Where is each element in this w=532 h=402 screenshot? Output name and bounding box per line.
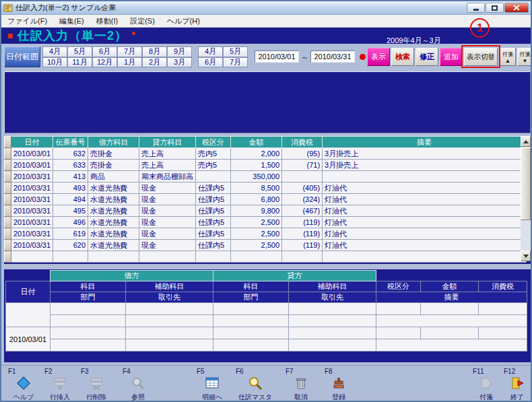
close-button[interactable] bbox=[504, 3, 529, 13]
fkey-f7-button[interactable]: F7取消 bbox=[284, 368, 318, 402]
journal-col-header: 摘要 bbox=[323, 137, 527, 148]
fusen-up-button[interactable]: 付箋▲ bbox=[500, 48, 516, 66]
month-button[interactable]: 3月 bbox=[167, 57, 192, 68]
journal-cell bbox=[282, 171, 323, 182]
fkey-f6-button[interactable]: F6仕訳マスタ bbox=[234, 368, 276, 402]
journal-table-wrap: 日付伝票番号借方科目貸方科目税区分金額消費税摘要2010/03/01632売掛金… bbox=[4, 136, 531, 264]
date-from-input[interactable] bbox=[255, 51, 299, 63]
fkey-label: 行削除 bbox=[79, 393, 113, 402]
modify-button[interactable]: 修正 bbox=[415, 48, 438, 66]
journal-row[interactable]: 2010/03/31494水道光熱費現金仕課内56,800(324)灯油代 bbox=[5, 194, 527, 205]
month-button[interactable]: 10月 bbox=[42, 57, 67, 68]
maximize-button[interactable] bbox=[486, 3, 504, 13]
credit-sub-input[interactable] bbox=[289, 303, 376, 315]
credit-partner-input[interactable] bbox=[289, 315, 376, 327]
month-button[interactable]: 6月 bbox=[92, 46, 117, 57]
scroll-down-button[interactable] bbox=[521, 250, 531, 261]
menu-item-1[interactable]: 編集(E) bbox=[53, 15, 90, 28]
journal-cell: (324) bbox=[282, 194, 323, 205]
debit-partner-input[interactable] bbox=[126, 315, 213, 327]
month-button[interactable]: 11月 bbox=[67, 57, 92, 68]
journal-row[interactable]: 2010/03/31620水道光熱費現金仕課内52,500(119)灯油代 bbox=[5, 240, 527, 251]
row-selector[interactable] bbox=[5, 182, 11, 194]
menu-item-4[interactable]: ヘルプ(H) bbox=[161, 15, 206, 28]
fkey-f8-button[interactable]: F8登録 bbox=[323, 368, 354, 402]
quarter-month-button[interactable]: 5月 bbox=[223, 46, 248, 57]
credit-account-input[interactable] bbox=[213, 303, 289, 315]
fusen-down-button[interactable]: 付箋▼ bbox=[517, 48, 532, 66]
row-selector[interactable] bbox=[5, 228, 11, 240]
journal-row[interactable] bbox=[5, 251, 527, 263]
quarter-month-button[interactable]: 4月 bbox=[198, 46, 223, 57]
toggle-view-button[interactable]: 表示切替 bbox=[464, 48, 498, 66]
memo-input[interactable] bbox=[376, 339, 527, 351]
search-button[interactable]: 検索 bbox=[391, 48, 414, 66]
row-selector[interactable] bbox=[5, 148, 11, 160]
credit-partner-input[interactable] bbox=[289, 339, 376, 351]
tax-class-input[interactable] bbox=[376, 303, 421, 315]
menu-item-3[interactable]: 設定(S) bbox=[124, 15, 161, 28]
display-button[interactable]: 表示 bbox=[367, 48, 390, 66]
month-button[interactable]: 2月 bbox=[142, 57, 167, 68]
amount-input[interactable] bbox=[421, 303, 479, 315]
memo-input[interactable] bbox=[376, 315, 527, 327]
entry-date-cell[interactable]: 2010/03/01 bbox=[6, 327, 51, 351]
entry-date-cell[interactable] bbox=[6, 303, 51, 327]
row-selector[interactable] bbox=[5, 217, 11, 228]
row-selector[interactable] bbox=[5, 240, 11, 251]
row-selector[interactable] bbox=[5, 205, 11, 217]
date-to-input[interactable] bbox=[310, 51, 355, 63]
debit-account-input[interactable] bbox=[51, 303, 126, 315]
date-range-button[interactable]: 日付範囲 bbox=[4, 46, 40, 67]
month-button[interactable]: 12月 bbox=[92, 57, 117, 68]
month-button[interactable]: 8月 bbox=[142, 46, 167, 57]
form-col-credit-sub: 補助科目 bbox=[289, 281, 376, 292]
credit-account-input[interactable] bbox=[213, 327, 289, 339]
quarter-month-button[interactable]: 7月 bbox=[223, 57, 248, 68]
fkey-f5-button[interactable]: F5明細へ bbox=[195, 368, 229, 402]
menu-item-0[interactable]: ファイル(F) bbox=[1, 15, 53, 28]
row-selector[interactable] bbox=[5, 171, 11, 182]
debit-account-input[interactable] bbox=[51, 327, 126, 339]
month-button[interactable]: 5月 bbox=[67, 46, 92, 57]
month-button[interactable]: 1月 bbox=[117, 57, 142, 68]
debit-sub-input[interactable] bbox=[126, 327, 213, 339]
row-selector[interactable] bbox=[5, 160, 11, 171]
month-button[interactable]: 9月 bbox=[167, 46, 192, 57]
quarter-month-button[interactable]: 6月 bbox=[198, 57, 223, 68]
month-button[interactable]: 4月 bbox=[42, 46, 67, 57]
debit-dept-input[interactable] bbox=[51, 315, 126, 327]
fkey-f12-button[interactable]: F12終了 bbox=[502, 368, 532, 402]
month-button[interactable]: 7月 bbox=[117, 46, 142, 57]
journal-cell: 灯油代 bbox=[323, 217, 527, 228]
scroll-up-button[interactable] bbox=[521, 136, 531, 147]
journal-scrollbar[interactable] bbox=[521, 136, 531, 261]
menu-item-2[interactable]: 移動(I) bbox=[90, 15, 124, 28]
scrollbar-thumb[interactable] bbox=[521, 147, 531, 220]
row-selector[interactable] bbox=[5, 194, 11, 205]
journal-row[interactable]: 2010/03/31493水道光熱費現金仕課内58,500(405)灯油代 bbox=[5, 182, 527, 194]
journal-row[interactable]: 2010/03/31496水道光熱費現金仕課内52,500(119)灯油代 bbox=[5, 217, 527, 228]
credit-dept-input[interactable] bbox=[213, 315, 289, 327]
journal-cell: 灯油代 bbox=[323, 194, 527, 205]
minimize-button[interactable] bbox=[467, 3, 485, 13]
tax-amount-input[interactable] bbox=[479, 303, 527, 315]
tax-amount-input[interactable] bbox=[479, 327, 527, 339]
debit-partner-input[interactable] bbox=[126, 339, 213, 351]
journal-row[interactable]: 2010/03/01632売掛金売上高売内52,000(95)3月掛売上 bbox=[5, 148, 527, 160]
credit-dept-input[interactable] bbox=[213, 339, 289, 351]
amount-input[interactable] bbox=[421, 327, 479, 339]
row-selector[interactable] bbox=[5, 251, 11, 263]
fkey-f1-button[interactable]: F1ヘルプ bbox=[7, 368, 40, 402]
add-button[interactable]: 追加 bbox=[440, 48, 463, 66]
journal-row[interactable]: 2010/03/31495水道光熱費現金仕課内59,800(467)灯油代 bbox=[5, 205, 527, 217]
journal-row[interactable]: 2010/03/01633売掛金売上高売内51,500(71)3月掛売上 bbox=[5, 160, 527, 171]
journal-row[interactable]: 2010/03/31413商品期末商品棚卸高350,000 bbox=[5, 171, 527, 182]
journal-cell bbox=[196, 251, 231, 263]
debit-sub-input[interactable] bbox=[126, 303, 213, 315]
journal-row[interactable]: 2010/03/31619水道光熱費現金仕課内52,500(119)灯油代 bbox=[5, 228, 527, 240]
tax-class-input[interactable] bbox=[376, 327, 421, 339]
debit-dept-input[interactable] bbox=[51, 339, 126, 351]
credit-sub-input[interactable] bbox=[289, 327, 376, 339]
reference-icon bbox=[121, 376, 155, 392]
